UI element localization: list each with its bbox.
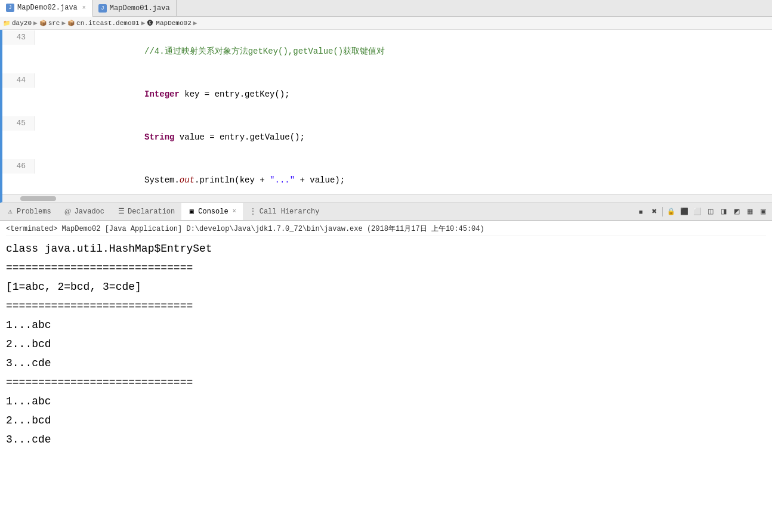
src-icon: 📦	[39, 20, 47, 27]
tab-problems[interactable]: ⚠ Problems	[0, 203, 58, 220]
code-line-44: 44 Integer key = entry.getKey();	[2, 73, 772, 116]
console-line-2: [1=abc, 2=bcd, 3=cde]	[6, 277, 766, 296]
tab-console-label: Console	[198, 208, 228, 216]
console-status: <terminated> MapDemo02 [Java Application…	[6, 224, 766, 236]
package-icon: 📦	[67, 20, 75, 27]
javadoc-icon: @	[64, 208, 72, 216]
console-close-btn[interactable]: ×	[233, 208, 236, 215]
toolbar-btn-2[interactable]: ⬜	[691, 206, 703, 218]
tab-label-mapdemo01: MapDemo01.java	[110, 4, 170, 13]
tab-javadoc-label: Javadoc	[75, 208, 104, 216]
console-line-4: 1...abc	[6, 316, 766, 335]
breadcrumb: 📁 day20 ▶ 📦 src ▶ 📦 cn.itcast.demo01 ▶ 🅒…	[0, 17, 772, 30]
tab-declaration-label: Declaration	[128, 208, 175, 216]
toolbar-btn-4[interactable]: ◨	[718, 206, 730, 218]
tab-call-hierarchy-label: Call Hierarchy	[260, 208, 320, 216]
tab-bar: J MapDemo02.java × J MapDemo01.java	[0, 0, 772, 17]
console-line-6: 3...cde	[6, 354, 766, 373]
console-output: class java.util.HashMap$EntrySet =======…	[6, 239, 766, 449]
toolbar-btn-1[interactable]: ⬛	[678, 206, 690, 218]
console-line-1: =============================	[6, 258, 766, 277]
tab-mapdemo01[interactable]: J MapDemo01.java	[92, 0, 177, 16]
bottom-panel: ⚠ Problems @ Javadoc ☰ Declaration ▣ Con…	[0, 203, 772, 507]
console-toolbar: ■ ✖ 🔒 ⬛ ⬜ ◫ ◨ ◩ ▦ ▣	[635, 203, 772, 220]
console-line-3: =============================	[6, 296, 766, 316]
tab-call-hierarchy[interactable]: ⋮ Call Hierarchy	[243, 203, 326, 220]
code-line-45: 45 String value = entry.getValue();	[2, 116, 772, 159]
editor-area[interactable]: 43 //4.通过映射关系对象方法getKey(),getValue()获取键值…	[0, 30, 772, 203]
clear-button[interactable]: ✖	[648, 206, 660, 218]
console-line-0: class java.util.HashMap$EntrySet	[6, 239, 766, 258]
console-line-9: 2...bcd	[6, 411, 766, 430]
console-line-5: 2...bcd	[6, 335, 766, 354]
toolbar-btn-7[interactable]: ▣	[757, 206, 769, 218]
stop-button[interactable]: ■	[635, 206, 647, 218]
tab-console[interactable]: ▣ Console ×	[181, 203, 242, 220]
folder-icon: 📁	[3, 20, 10, 27]
bc-src[interactable]: 📦 src	[39, 20, 60, 27]
code-content: 43 //4.通过映射关系对象方法getKey(),getValue()获取键值…	[2, 30, 772, 203]
bc-class[interactable]: 🅒 MapDemo02	[147, 20, 191, 27]
call-hierarchy-icon: ⋮	[249, 208, 257, 216]
toolbar-btn-6[interactable]: ▦	[744, 206, 756, 218]
bc-day20[interactable]: 📁 day20	[3, 20, 32, 27]
toolbar-btn-3[interactable]: ◫	[705, 206, 717, 218]
toolbar-btn-5[interactable]: ◩	[731, 206, 743, 218]
code-line-43: 43 //4.通过映射关系对象方法getKey(),getValue()获取键值…	[2, 30, 772, 73]
tab-problems-label: Problems	[17, 208, 51, 216]
tab-mapdemo02[interactable]: J MapDemo02.java ×	[0, 0, 92, 17]
tab-javadoc[interactable]: @ Javadoc	[58, 203, 111, 220]
tab-close-mapdemo02[interactable]: ×	[82, 5, 86, 11]
bc-package[interactable]: 📦 cn.itcast.demo01	[67, 20, 140, 27]
bottom-tab-bar: ⚠ Problems @ Javadoc ☰ Declaration ▣ Con…	[0, 203, 772, 221]
console-icon: ▣	[187, 208, 196, 216]
bottom-tabs: ⚠ Problems @ Javadoc ☰ Declaration ▣ Con…	[0, 203, 326, 220]
console-line-8: 1...abc	[6, 392, 766, 411]
declaration-icon: ☰	[117, 208, 125, 216]
console-content: <terminated> MapDemo02 [Java Application…	[0, 221, 772, 507]
java-file-icon-2: J	[98, 4, 107, 13]
console-line-7: =============================	[6, 373, 766, 392]
class-icon: 🅒	[147, 20, 154, 27]
tab-label-mapdemo02: MapDemo02.java	[17, 4, 78, 12]
scroll-lock-button[interactable]: 🔒	[665, 206, 677, 218]
java-file-icon: J	[6, 4, 14, 12]
toolbar-sep-1	[662, 207, 663, 216]
console-line-10: 3...cde	[6, 430, 766, 449]
problems-icon: ⚠	[6, 208, 14, 216]
tab-declaration[interactable]: ☰ Declaration	[111, 203, 181, 220]
h-scrollbar[interactable]	[2, 194, 772, 202]
